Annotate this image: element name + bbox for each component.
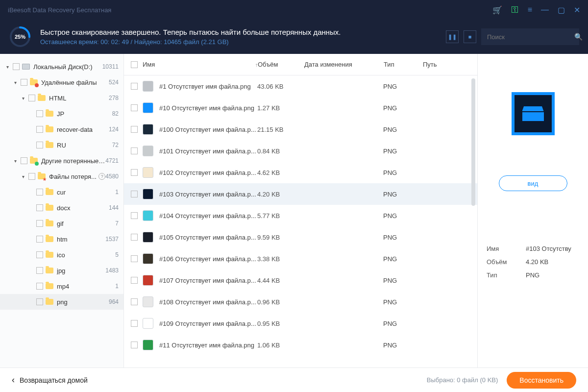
- tree-item[interactable]: ▾Другие потерянные ...4721: [0, 153, 123, 169]
- file-row[interactable]: #109 Отсутствует имя файла.р...0.95 KBPN…: [124, 313, 477, 334]
- tree-item[interactable]: ▾Удалённые файлы524: [0, 74, 123, 90]
- scrollbar-thumb[interactable]: [471, 78, 475, 206]
- file-row[interactable]: #105 Отсутствует имя файла.р...9.59 KBPN…: [124, 226, 477, 248]
- back-home-button[interactable]: ‹ Возвращаться домой: [12, 375, 88, 385]
- menu-icon[interactable]: ≡: [528, 5, 532, 14]
- row-checkbox[interactable]: [131, 234, 138, 241]
- tree-item[interactable]: ▾Локальный Диск(D:)10311: [0, 59, 123, 74]
- row-checkbox[interactable]: [131, 212, 138, 219]
- file-type: PNG: [383, 191, 422, 198]
- search-box[interactable]: 🔍: [481, 28, 579, 45]
- tree-item[interactable]: ▾HTML278: [0, 90, 123, 106]
- file-row[interactable]: #11 Отсутствует имя файла.png1.06 KBPNG: [124, 334, 477, 356]
- row-checkbox[interactable]: [131, 83, 138, 90]
- file-row[interactable]: #101 Отсутствует имя файла.р...0.84 KBPN…: [124, 140, 477, 162]
- select-all-checkbox[interactable]: [131, 61, 138, 68]
- view-button[interactable]: вид: [499, 175, 567, 191]
- close-icon[interactable]: ✕: [574, 5, 580, 15]
- maximize-icon[interactable]: ▢: [558, 5, 565, 15]
- row-checkbox[interactable]: [131, 169, 138, 176]
- folder-icon: [45, 203, 54, 212]
- search-icon[interactable]: 🔍: [574, 33, 583, 41]
- checkbox[interactable]: [36, 298, 43, 305]
- expander-icon[interactable]: ▾: [12, 80, 19, 85]
- progress-ring: 25%: [9, 25, 31, 48]
- tree-item[interactable]: ▾Файлы потеря...?4580: [0, 169, 123, 184]
- file-row[interactable]: #106 Отсутствует имя файла.р...3.38 KBPN…: [124, 248, 477, 270]
- row-checkbox[interactable]: [131, 342, 138, 348]
- tree-item[interactable]: RU72: [0, 137, 123, 153]
- file-row[interactable]: #100 Отсутствует имя файла.р...21.15 KBP…: [124, 119, 477, 140]
- checkbox[interactable]: [36, 142, 43, 148]
- checkbox[interactable]: [36, 267, 43, 274]
- file-row[interactable]: #10 Отсутствует имя файла.png1.27 KBPNG: [124, 97, 477, 119]
- tree-item[interactable]: recover-data124: [0, 122, 123, 137]
- file-size: 0.96 KB: [257, 298, 304, 306]
- scrollbar[interactable]: [471, 76, 475, 366]
- checkbox[interactable]: [36, 251, 43, 258]
- file-thumbnail-icon: [143, 124, 153, 135]
- folder-icon: [45, 266, 54, 275]
- tree-label: gif: [57, 220, 115, 227]
- checkbox[interactable]: [36, 110, 43, 117]
- row-checkbox[interactable]: [131, 320, 138, 327]
- cart-icon[interactable]: 🛒: [492, 5, 502, 15]
- folder-icon: [45, 297, 54, 306]
- checkbox[interactable]: [36, 126, 43, 133]
- selection-info: Выбрано: 0 файл (0 KB): [427, 376, 498, 384]
- file-row[interactable]: #107 Отсутствует имя файла.р...4.44 KBPN…: [124, 270, 477, 291]
- checkbox[interactable]: [21, 79, 27, 86]
- tree-label: ico: [57, 251, 115, 259]
- checkbox[interactable]: [36, 220, 43, 227]
- tree-item[interactable]: cur1: [0, 184, 123, 200]
- help-icon[interactable]: ?: [98, 173, 105, 180]
- checkbox[interactable]: [36, 236, 43, 243]
- row-checkbox[interactable]: [131, 191, 138, 197]
- search-input[interactable]: [487, 33, 569, 41]
- checkbox[interactable]: [28, 95, 35, 101]
- tree-item[interactable]: ico5: [0, 247, 123, 263]
- tree-item[interactable]: docx144: [0, 200, 123, 216]
- file-row[interactable]: #1 Отсутствует имя файла.png43.06 KBPNG: [124, 75, 477, 97]
- footer: ‹ Возвращаться домой Выбрано: 0 файл (0 …: [0, 368, 588, 392]
- checkbox[interactable]: [36, 189, 43, 196]
- file-row[interactable]: #102 Отсутствует имя файла.р...4.62 KBPN…: [124, 162, 477, 183]
- minimize-icon[interactable]: —: [541, 5, 549, 14]
- file-row[interactable]: #104 Отсутствует имя файла.р...5.77 KBPN…: [124, 205, 477, 226]
- row-checkbox[interactable]: [131, 147, 138, 154]
- tree-item[interactable]: mp41: [0, 278, 123, 294]
- file-row[interactable]: #103 Отсутствует имя файла.р...4.20 KBPN…: [124, 183, 477, 205]
- pause-button[interactable]: ❚❚: [446, 30, 459, 43]
- recover-button[interactable]: Восстановить: [507, 372, 576, 389]
- file-type: PNG: [383, 169, 422, 176]
- stop-button[interactable]: ■: [464, 30, 476, 43]
- col-type[interactable]: Тип: [384, 61, 423, 68]
- tree-item[interactable]: JP82: [0, 106, 123, 122]
- col-size[interactable]: Объём: [258, 61, 304, 68]
- file-row[interactable]: #108 Отсутствует имя файла.р...0.96 KBPN…: [124, 291, 477, 313]
- expander-icon[interactable]: ▾: [20, 174, 26, 179]
- col-name[interactable]: Имя↑: [143, 61, 258, 68]
- col-path[interactable]: Путь: [423, 61, 477, 68]
- badge-red-icon: [35, 83, 39, 87]
- row-checkbox[interactable]: [131, 277, 138, 284]
- folder-tree[interactable]: ▾Локальный Диск(D:)10311▾Удалённые файлы…: [0, 54, 124, 368]
- tree-item[interactable]: htm1537: [0, 231, 123, 247]
- tree-item[interactable]: jpg1483: [0, 263, 123, 278]
- col-date[interactable]: Дата изменения: [304, 61, 384, 68]
- tree-item[interactable]: png964: [0, 294, 123, 310]
- tree-item[interactable]: gif7: [0, 216, 123, 231]
- row-checkbox[interactable]: [131, 126, 138, 133]
- expander-icon[interactable]: ▾: [4, 64, 11, 70]
- checkbox[interactable]: [21, 157, 27, 164]
- row-checkbox[interactable]: [131, 104, 138, 111]
- checkbox[interactable]: [13, 63, 20, 70]
- expander-icon[interactable]: ▾: [20, 96, 26, 101]
- checkbox[interactable]: [28, 173, 35, 180]
- row-checkbox[interactable]: [131, 298, 138, 305]
- key-icon[interactable]: ⚿: [511, 5, 519, 14]
- checkbox[interactable]: [36, 204, 43, 211]
- expander-icon[interactable]: ▾: [12, 158, 19, 164]
- checkbox[interactable]: [36, 283, 43, 290]
- row-checkbox[interactable]: [131, 255, 138, 262]
